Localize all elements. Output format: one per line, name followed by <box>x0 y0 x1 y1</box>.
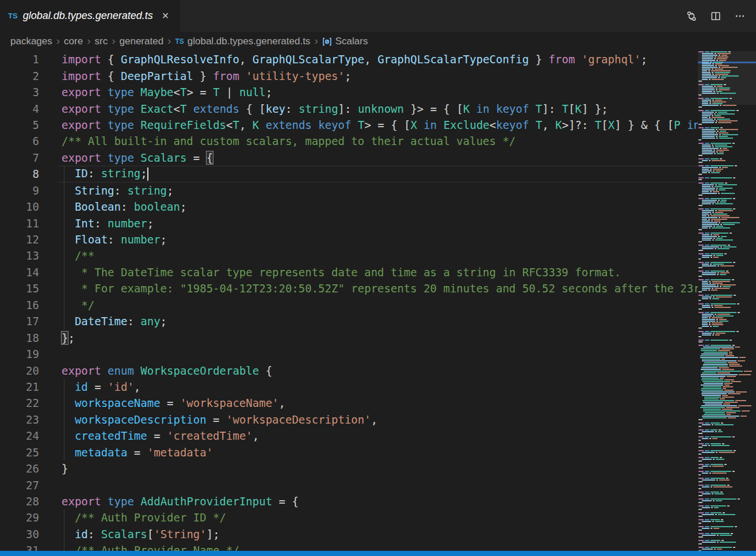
minimap-line <box>698 112 756 113</box>
code-line-31[interactable]: 31 /** Auth Provider Name */ <box>0 542 698 551</box>
line-text: * The DateTime scalar type represents da… <box>39 266 621 279</box>
code-line-26[interactable]: 26} <box>0 460 698 477</box>
line-text: import { GraphQLResolveInfo, GraphQLScal… <box>39 53 647 66</box>
line-text: export type RequireFields<T, K extends k… <box>39 119 698 131</box>
minimap-line <box>698 397 756 398</box>
code-line-25[interactable]: 25 metadata = 'metadata' <box>0 444 698 460</box>
code-line-6[interactable]: 6/** All built-in and custom scalars, ma… <box>0 133 698 149</box>
minimap-line <box>698 188 756 189</box>
split-editor-button[interactable] <box>707 7 725 25</box>
minimap-line <box>698 315 756 317</box>
code-line-19[interactable]: 19 <box>0 346 698 362</box>
code-line-13[interactable]: 13 /** <box>0 247 698 264</box>
indent-guide <box>64 264 64 280</box>
minimap-line <box>698 383 756 384</box>
minimap-line <box>698 160 756 161</box>
breadcrumb-item-src[interactable]: src <box>95 36 108 47</box>
code-line-5[interactable]: 5export type RequireFields<T, K extends … <box>0 117 698 133</box>
more-actions-button[interactable] <box>731 7 749 25</box>
symbol-type-icon <box>322 37 332 47</box>
line-text: export type AddAuthProviderInput = { <box>39 495 299 508</box>
editor[interactable]: 1import { GraphQLResolveInfo, GraphQLSca… <box>0 51 756 551</box>
minimap-line <box>698 272 756 273</box>
code-line-2[interactable]: 2import { DeepPartial } from 'utility-ty… <box>0 67 698 83</box>
minimap-line <box>698 74 756 75</box>
minimap[interactable] <box>698 51 756 551</box>
code-line-22[interactable]: 22 workspaceName = 'workspaceName', <box>0 395 698 411</box>
line-number: 30 <box>0 528 39 540</box>
code-line-28[interactable]: 28export type AddAuthProviderInput = { <box>0 493 698 509</box>
breadcrumb-item-core[interactable]: core <box>64 36 83 47</box>
minimap-line <box>698 186 756 187</box>
minimap-line <box>698 514 756 515</box>
tab-title: global.db.types.generated.ts <box>23 10 153 22</box>
minimap-line <box>698 471 756 472</box>
code-line-1[interactable]: 1import { GraphQLResolveInfo, GraphQLSca… <box>0 51 698 67</box>
minimap-line <box>698 369 756 370</box>
code-line-16[interactable]: 16 */ <box>0 297 698 313</box>
minimap-line <box>698 405 756 406</box>
minimap-line <box>698 68 756 70</box>
minimap-line <box>698 155 756 156</box>
code-line-14[interactable]: 14 * The DateTime scalar type represents… <box>0 264 698 280</box>
code-line-11[interactable]: 11 Int: number; <box>0 215 698 231</box>
code-line-27[interactable]: 27 <box>0 477 698 493</box>
indent-guide <box>64 280 64 296</box>
minimap-line <box>698 210 756 211</box>
minimap-line <box>698 438 756 439</box>
close-tab-icon[interactable]: ✕ <box>162 12 169 21</box>
minimap-line <box>698 378 756 379</box>
code-line-23[interactable]: 23 workspaceDescription = 'workspaceDesc… <box>0 412 698 428</box>
code-line-3[interactable]: 3export type Maybe<T> = T | null; <box>0 84 698 100</box>
breadcrumb-item-scalars[interactable]: Scalars <box>322 36 368 47</box>
open-changes-button[interactable] <box>682 7 701 25</box>
minimap-line <box>698 341 756 342</box>
code-line-30[interactable]: 30 id: Scalars['String']; <box>0 526 698 542</box>
code-line-15[interactable]: 15 * For example: "1985-04-12T23:20:50.5… <box>0 280 698 296</box>
minimap-line <box>698 94 756 96</box>
code-line-21[interactable]: 21 id = 'id', <box>0 379 698 395</box>
minimap-line <box>698 284 756 285</box>
breadcrumb-item-packages[interactable]: packages <box>10 36 52 47</box>
minimap-line <box>698 224 756 225</box>
code-line-29[interactable]: 29 /** Auth Provider ID */ <box>0 509 698 525</box>
minimap-line <box>698 355 756 356</box>
code-line-24[interactable]: 24 createdTime = 'createdTime', <box>0 428 698 444</box>
breadcrumb-item-generated[interactable]: generated <box>120 36 164 47</box>
minimap-line <box>698 151 756 153</box>
minimap-line <box>698 364 756 365</box>
minimap-line <box>698 246 756 247</box>
minimap-line <box>698 189 756 191</box>
code-line-10[interactable]: 10 Boolean: boolean; <box>0 199 698 215</box>
minimap-line <box>698 327 756 329</box>
split-editor-icon <box>710 10 721 22</box>
minimap-line <box>698 174 756 175</box>
minimap-line <box>698 191 756 192</box>
minimap-line <box>698 485 756 486</box>
code-line-12[interactable]: 12 Float: number; <box>0 231 698 247</box>
minimap-line <box>698 290 756 291</box>
minimap-line <box>698 255 756 256</box>
minimap-line <box>698 182 756 184</box>
minimap-line <box>698 201 756 203</box>
code-line-8[interactable]: 8 ID: string; <box>0 166 698 182</box>
code-line-20[interactable]: 20export enum WorkspaceOrderable { <box>0 362 698 378</box>
minimap-line <box>698 324 756 325</box>
tab-global-db-types-generated[interactable]: TS global.db.types.generated.ts ✕ <box>0 0 180 32</box>
minimap-line <box>698 115 756 116</box>
code-line-17[interactable]: 17 DateTime: any; <box>0 313 698 329</box>
minimap-line <box>698 481 756 482</box>
indent-guide <box>64 412 64 428</box>
code-line-7[interactable]: 7export type Scalars = { <box>0 150 698 166</box>
line-text: metadata = 'metadata' <box>39 446 213 459</box>
code-line-18[interactable]: 18}; <box>0 329 698 345</box>
minimap-line <box>698 371 756 372</box>
minimap-line <box>698 286 756 287</box>
line-text: id: Scalars['String']; <box>39 528 220 540</box>
breadcrumb-item-global-db-types-generated-ts[interactable]: TSglobal.db.types.generated.ts <box>175 36 310 47</box>
code-line-9[interactable]: 9 String: string; <box>0 182 698 199</box>
code-lines[interactable]: 1import { GraphQLResolveInfo, GraphQLSca… <box>0 51 698 551</box>
minimap-line <box>698 84 756 85</box>
line-number: 15 <box>0 282 39 295</box>
code-line-4[interactable]: 4export type Exact<T extends { [key: str… <box>0 100 698 116</box>
